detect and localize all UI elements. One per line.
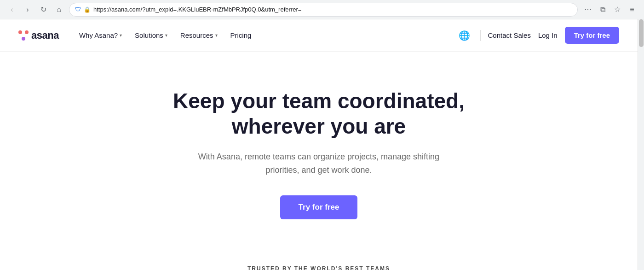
nav-solutions[interactable]: Solutions ▾ xyxy=(129,28,173,43)
try-free-nav-button[interactable]: Try for free xyxy=(565,27,619,44)
logo-dot-top-right xyxy=(25,30,29,34)
language-button[interactable]: 🌐 xyxy=(456,27,473,44)
bookmark-button[interactable]: ☆ xyxy=(611,3,624,16)
nav-why-asana-chevron: ▾ xyxy=(120,33,122,38)
extensions-button[interactable]: ⧉ xyxy=(596,3,609,16)
nav-solutions-chevron: ▾ xyxy=(165,33,167,38)
nav-solutions-label: Solutions xyxy=(135,31,163,39)
nav-divider xyxy=(480,30,481,41)
scrollbar[interactable] xyxy=(638,19,644,270)
navbar: asana Why Asana? ▾ Solutions ▾ Resources… xyxy=(0,19,638,52)
globe-icon: 🌐 xyxy=(459,30,470,41)
nav-pricing[interactable]: Pricing xyxy=(225,28,257,43)
logo[interactable]: asana xyxy=(18,29,59,41)
home-button[interactable]: ⌂ xyxy=(52,3,65,16)
logo-dots xyxy=(18,30,29,41)
nav-why-asana-label: Why Asana? xyxy=(79,31,118,39)
nav-pricing-label: Pricing xyxy=(230,31,252,39)
login-link[interactable]: Log In xyxy=(538,31,558,39)
nav-resources-label: Resources xyxy=(180,31,213,39)
hamburger-button[interactable]: ≡ xyxy=(626,3,638,16)
nav-resources-chevron: ▾ xyxy=(215,33,218,38)
logo-dot-bottom xyxy=(22,37,25,41)
scrollbar-thumb[interactable] xyxy=(639,19,644,47)
reload-button[interactable]: ↻ xyxy=(37,3,50,16)
browser-right-controls: ⋯ ⧉ ☆ ≡ xyxy=(581,3,638,16)
nav-links: Why Asana? ▾ Solutions ▾ Resources ▾ Pri… xyxy=(74,28,257,43)
logo-text: asana xyxy=(31,29,59,41)
hero-subtitle: With Asana, remote teams can organize pr… xyxy=(190,150,448,177)
nav-right: 🌐 Contact Sales Log In Try for free xyxy=(456,27,619,44)
trusted-label: TRUSTED BY THE WORLD'S BEST TEAMS xyxy=(18,265,619,270)
hero-title: Keep your team coordinated, wherever you… xyxy=(153,88,484,139)
url-text: https://asana.com/?utm_expid=.KKGLiuEBR-… xyxy=(93,6,572,13)
trusted-section: TRUSTED BY THE WORLD'S BEST TEAMS VOX ME… xyxy=(0,247,638,270)
contact-sales-link[interactable]: Contact Sales xyxy=(488,31,531,39)
logo-dot-top-left xyxy=(18,30,22,34)
hero-cta-button[interactable]: Try for free xyxy=(280,195,358,219)
hero-section: Keep your team coordinated, wherever you… xyxy=(0,52,638,247)
nav-why-asana[interactable]: Why Asana? ▾ xyxy=(74,28,127,43)
browser-chrome: ‹ › ↻ ⌂ 🛡 🔒 https://asana.com/?utm_expid… xyxy=(0,0,644,19)
shield-icon: 🛡 xyxy=(75,6,81,13)
back-button[interactable]: ‹ xyxy=(6,3,18,16)
browser-controls: ‹ › ↻ ⌂ xyxy=(6,3,65,16)
nav-resources[interactable]: Resources ▾ xyxy=(175,28,223,43)
browser-menu-button[interactable]: ⋯ xyxy=(581,3,594,16)
address-bar[interactable]: 🛡 🔒 https://asana.com/?utm_expid=.KKGLiu… xyxy=(69,3,578,17)
forward-button[interactable]: › xyxy=(21,3,34,16)
lock-icon: 🔒 xyxy=(84,6,91,13)
